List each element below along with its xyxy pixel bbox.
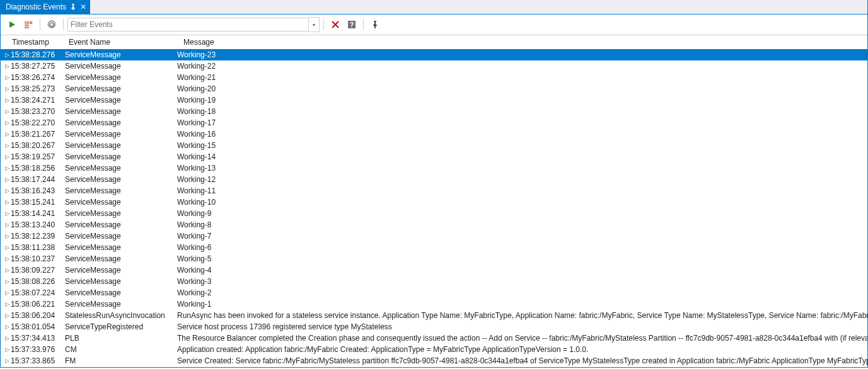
- pin-icon: [371, 21, 379, 28]
- event-timestamp: 15:38:08.226: [11, 277, 65, 286]
- event-timestamp: 15:38:20.267: [11, 141, 65, 150]
- expand-row-icon[interactable]: ▷: [3, 222, 11, 228]
- event-timestamp: 15:38:09.227: [11, 266, 65, 275]
- expand-row-icon[interactable]: ▷: [3, 210, 11, 217]
- expand-row-icon[interactable]: ▷: [3, 233, 11, 239]
- event-row[interactable]: ▷15:37:33.976CMApplication created: Appl…: [1, 344, 867, 355]
- expand-row-icon[interactable]: ▷: [3, 199, 11, 205]
- expand-row-icon[interactable]: ▷: [3, 312, 11, 319]
- event-row[interactable]: ▷15:38:10.237ServiceMessageWorking-5: [1, 253, 867, 264]
- expand-row-icon[interactable]: ▷: [3, 324, 11, 330]
- event-timestamp: 15:38:15.241: [11, 198, 65, 207]
- filter-dropdown-button[interactable]: ▾: [309, 17, 320, 32]
- event-row[interactable]: ▷15:38:21.267ServiceMessageWorking-16: [1, 128, 867, 140]
- event-row[interactable]: ▷15:38:09.227ServiceMessageWorking-4: [1, 264, 867, 276]
- event-timestamp: 15:38:23.270: [11, 107, 65, 116]
- event-row[interactable]: ▷15:38:08.226ServiceMessageWorking-3: [1, 276, 867, 287]
- expand-row-icon[interactable]: ▷: [3, 86, 11, 92]
- event-name: ServiceMessage: [65, 232, 177, 241]
- event-list[interactable]: ▷15:38:28.276ServiceMessageWorking-23▷15…: [1, 49, 867, 367]
- event-timestamp: 15:38:27.275: [11, 62, 65, 71]
- toolbar-separator: [63, 19, 64, 30]
- event-row[interactable]: ▷15:38:19.257ServiceMessageWorking-14: [1, 151, 867, 162]
- expand-row-icon[interactable]: ▷: [3, 74, 11, 81]
- expand-row-icon[interactable]: ▷: [3, 244, 11, 251]
- event-name: ServiceMessage: [65, 50, 177, 59]
- expand-row-icon[interactable]: ▷: [3, 97, 11, 103]
- tab-title: Diagnostic Events: [6, 0, 66, 14]
- event-row[interactable]: ▷15:38:23.270ServiceMessageWorking-18: [1, 106, 867, 117]
- event-timestamp: 15:38:07.224: [11, 288, 65, 297]
- event-row[interactable]: ▷15:38:20.267ServiceMessageWorking-15: [1, 140, 867, 151]
- event-row[interactable]: ▷15:38:16.243ServiceMessageWorking-11: [1, 185, 867, 196]
- event-timestamp: 15:38:06.204: [11, 311, 65, 320]
- event-row[interactable]: ▷15:38:14.241ServiceMessageWorking-9: [1, 208, 867, 219]
- event-row[interactable]: ▷15:38:22.270ServiceMessageWorking-17: [1, 117, 867, 128]
- expand-row-icon[interactable]: ▷: [3, 120, 11, 126]
- filter-events-input[interactable]: [67, 18, 309, 31]
- expand-row-icon[interactable]: ▷: [3, 301, 11, 307]
- expand-row-icon[interactable]: ▷: [3, 278, 11, 285]
- event-name: ServiceMessage: [65, 107, 177, 116]
- expand-row-icon[interactable]: ▷: [3, 346, 11, 353]
- event-message: Working-23: [177, 50, 867, 59]
- expand-row-icon[interactable]: ▷: [3, 335, 11, 341]
- event-row[interactable]: ▷15:37:34.413PLBThe Resource Balancer co…: [1, 332, 867, 344]
- event-message: Working-9: [177, 209, 867, 218]
- event-row[interactable]: ▷15:38:17.244ServiceMessageWorking-12: [1, 174, 867, 185]
- event-row[interactable]: ▷15:38:25.273ServiceMessageWorking-20: [1, 83, 867, 94]
- event-row[interactable]: ▷15:38:13.240ServiceMessageWorking-8: [1, 219, 867, 230]
- help-button[interactable]: ?: [344, 17, 359, 32]
- clear-events-button[interactable]: [21, 17, 36, 32]
- event-row[interactable]: ▷15:38:06.221ServiceMessageWorking-1: [1, 298, 867, 310]
- expand-row-icon[interactable]: ▷: [3, 131, 11, 137]
- event-row[interactable]: ▷15:38:11.238ServiceMessageWorking-6: [1, 242, 867, 253]
- svg-text:?: ?: [350, 21, 354, 28]
- event-row[interactable]: ▷15:38:06.204StatelessRunAsyncInvocation…: [1, 310, 867, 321]
- event-row[interactable]: ▷15:38:27.275ServiceMessageWorking-22: [1, 60, 867, 72]
- expand-row-icon[interactable]: ▷: [3, 256, 11, 262]
- column-header-event-name[interactable]: Event Name: [67, 38, 182, 47]
- event-row[interactable]: ▷15:37:33.865FMService Created: Service …: [1, 355, 867, 366]
- expand-row-icon[interactable]: ▷: [3, 165, 11, 171]
- close-tab-icon[interactable]: ✕: [80, 3, 86, 11]
- gear-icon: [47, 20, 56, 29]
- expand-row-icon[interactable]: ▷: [3, 63, 11, 69]
- event-name: ServiceMessage: [65, 62, 177, 71]
- chevron-down-icon: ▾: [313, 22, 315, 28]
- event-message: Working-12: [177, 175, 867, 184]
- event-row[interactable]: ▷15:38:26.274ServiceMessageWorking-21: [1, 72, 867, 83]
- expand-row-icon[interactable]: ▷: [3, 52, 11, 58]
- tab-diagnostic-events[interactable]: Diagnostic Events ✕: [1, 0, 90, 14]
- expand-row-icon[interactable]: ▷: [3, 108, 11, 115]
- play-button[interactable]: [4, 17, 20, 32]
- event-row[interactable]: ▷15:38:01.054ServiceTypeRegisteredServic…: [1, 321, 867, 332]
- expand-row-icon[interactable]: ▷: [3, 358, 11, 364]
- filter-wrap: ▾: [67, 17, 320, 32]
- pin-tab-icon[interactable]: [70, 4, 76, 10]
- event-row[interactable]: ▷15:38:07.224ServiceMessageWorking-2: [1, 287, 867, 298]
- event-row[interactable]: ▷15:38:28.276ServiceMessageWorking-23: [1, 49, 867, 60]
- expand-row-icon[interactable]: ▷: [3, 267, 11, 273]
- pin-toolbar-button[interactable]: [367, 17, 383, 32]
- event-timestamp: 15:37:34.413: [11, 334, 65, 343]
- expand-row-icon[interactable]: ▷: [3, 290, 11, 296]
- event-row[interactable]: ▷15:38:24.271ServiceMessageWorking-19: [1, 94, 867, 106]
- event-row[interactable]: ▷15:38:12.239ServiceMessageWorking-7: [1, 230, 867, 242]
- column-header-message[interactable]: Message: [182, 38, 867, 47]
- x-icon: [332, 21, 339, 28]
- event-message: Service host process 17396 registered se…: [177, 322, 867, 331]
- column-header-timestamp[interactable]: Timestamp: [11, 38, 67, 47]
- settings-button[interactable]: [44, 17, 59, 32]
- event-row[interactable]: ▷15:38:15.241ServiceMessageWorking-10: [1, 196, 867, 208]
- event-message: Working-13: [177, 164, 867, 173]
- tab-strip: Diagnostic Events ✕: [1, 0, 867, 14]
- toolbar-separator: [40, 19, 40, 30]
- expand-row-icon[interactable]: ▷: [3, 154, 11, 160]
- expand-row-icon[interactable]: ▷: [3, 188, 11, 194]
- expand-row-icon[interactable]: ▷: [3, 142, 11, 149]
- clear-filter-button[interactable]: [328, 17, 343, 32]
- event-name: ServiceMessage: [65, 73, 177, 82]
- expand-row-icon[interactable]: ▷: [3, 176, 11, 183]
- event-row[interactable]: ▷15:38:18.256ServiceMessageWorking-13: [1, 162, 867, 174]
